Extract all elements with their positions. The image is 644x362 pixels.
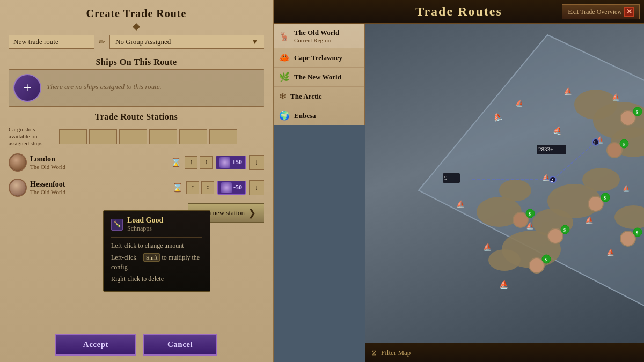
arrow-down-button[interactable]: ↓ xyxy=(249,180,264,195)
station-hessenfoot-avatar xyxy=(9,179,27,197)
left-panel: Create Trade Route ✏ No Group Assigned ▼… xyxy=(0,0,274,362)
sidebar-item-new-world[interactable]: 🌿 The New World xyxy=(274,68,364,87)
ships-section-title: Ships On This Route xyxy=(0,53,273,69)
svg-text:$: $ xyxy=(545,257,547,262)
old-world-icon: 🦌 xyxy=(279,31,290,41)
arrow-down-button[interactable]: ↓ xyxy=(249,155,264,170)
title-bar-text: Trade Routes xyxy=(415,4,502,18)
svg-text:$: $ xyxy=(529,212,531,217)
no-ships-text: There are no ships assigned to this rout… xyxy=(47,74,162,100)
station-move-icon[interactable]: ↕ xyxy=(201,181,214,194)
diamond-icon xyxy=(133,23,140,31)
old-world-name: The Old World xyxy=(294,28,339,37)
stations-section-title: Trade Route Stations xyxy=(0,107,273,124)
station-hessenfoot-region: The Old World xyxy=(30,189,169,195)
station-london-region: The Old World xyxy=(30,164,167,170)
current-region-label: Current Region xyxy=(294,37,339,43)
cape-trelawney-name: Cape Trelawney xyxy=(294,54,342,62)
cargo-indicator-london[interactable]: +50 xyxy=(216,156,246,169)
station-london-icons: ↑ ↕ xyxy=(185,156,213,169)
sidebar-item-enbesa[interactable]: 🌍 Enbesa xyxy=(274,106,364,125)
map-area: ⛵ ⛵ ⛵ ⛵ ⛵ ⛵ ⛵ ⛵ ⛵ ⛵ ⛵ ⛵ ⛵ ⛵ ⛵ ⛵ ⛵ xyxy=(365,24,644,343)
cargo-indicator-hessenfoot[interactable]: -50 xyxy=(217,181,246,195)
station-london: London The Old World ⌛ ↑ ↕ +50 ↓ xyxy=(0,150,273,175)
accept-button[interactable]: Accept xyxy=(55,334,136,356)
pencil-icon: ✏ xyxy=(99,38,105,47)
svg-text:9+: 9+ xyxy=(444,174,451,181)
tooltip-header: 🍾 Load Good Schnapps xyxy=(111,216,202,233)
tooltip-text-2: Left-click + Shift to multiply the confi… xyxy=(111,253,202,272)
svg-text:1: 1 xyxy=(594,140,596,145)
svg-text:$: $ xyxy=(604,196,606,201)
station-hessenfoot: Hessenfoot The Old World ⌛ ↑ ↕ -50 ↓ xyxy=(0,175,273,200)
svg-text:$: $ xyxy=(564,228,566,233)
exit-trade-overview-button[interactable]: Exit Trade Overview ✕ xyxy=(562,4,640,19)
sidebar-item-arctic[interactable]: ❄ The Arctic xyxy=(274,87,364,106)
cargo-item-icon xyxy=(221,182,232,193)
group-dropdown[interactable]: No Group Assigned ▼ xyxy=(109,35,264,49)
svg-text:$: $ xyxy=(636,110,638,115)
avatar xyxy=(10,154,26,171)
cargo-slot-3 xyxy=(119,129,147,144)
station-hessenfoot-name: Hessenfoot xyxy=(30,180,169,189)
shift-key-badge: Shift xyxy=(143,253,160,262)
station-config-icon[interactable]: ↑ xyxy=(185,156,197,169)
tooltip-titles: Load Good Schnapps xyxy=(127,216,163,233)
station-move-icon[interactable]: ↕ xyxy=(200,156,213,169)
tooltip-text-3: Right-click to delete xyxy=(111,274,202,284)
cargo-slot-4 xyxy=(149,129,177,144)
svg-text:⛵: ⛵ xyxy=(483,242,492,252)
new-world-icon: 🌿 xyxy=(279,72,290,82)
sidebar-item-old-world[interactable]: 🦌 The Old World Current Region xyxy=(274,24,364,48)
svg-text:⛵: ⛵ xyxy=(623,184,630,192)
group-dropdown-label: No Group Assigned xyxy=(115,38,171,46)
filter-icon: ⧖ xyxy=(371,349,377,357)
svg-text:2833+: 2833+ xyxy=(538,146,553,152)
ships-section: + There are no ships assigned to this ro… xyxy=(9,69,264,107)
svg-text:$: $ xyxy=(623,142,625,147)
cargo-amount-london: +50 xyxy=(232,158,242,166)
sidebar-item-cape-trelawney[interactable]: 🦀 Cape Trelawney xyxy=(274,48,364,68)
diamond-icon xyxy=(213,326,216,329)
cargo-slots-label: Cargo slots available on assigned ships xyxy=(9,126,57,147)
svg-text:⛵: ⛵ xyxy=(456,200,465,209)
title-divider xyxy=(0,24,273,29)
route-name-row: ✏ No Group Assigned ▼ xyxy=(0,31,273,53)
add-ship-button[interactable]: + xyxy=(13,74,41,102)
right-panel: Trade Routes Exit Trade Overview ✕ 🦌 The… xyxy=(274,0,644,362)
bottom-buttons: Accept Cancel xyxy=(0,327,273,362)
svg-text:⛵: ⛵ xyxy=(499,280,509,289)
station-config-icon[interactable]: ↑ xyxy=(186,181,199,194)
load-good-tooltip: 🍾 Load Good Schnapps Left-click to chang… xyxy=(103,210,210,292)
station-london-avatar xyxy=(9,153,27,172)
svg-text:⛵: ⛵ xyxy=(564,87,573,96)
svg-text:⛵: ⛵ xyxy=(606,248,614,256)
cargo-slots-header: Cargo slots available on assigned ships xyxy=(0,124,273,150)
station-hessenfoot-info: Hessenfoot The Old World xyxy=(30,180,169,195)
cargo-slot-2 xyxy=(89,129,117,144)
enbesa-icon: 🌍 xyxy=(279,110,290,121)
bottom-diamond-left xyxy=(118,325,129,330)
chevron-right-icon: ❯ xyxy=(248,207,256,219)
filter-map-label[interactable]: Filter Map xyxy=(381,349,411,357)
diamond-icon xyxy=(121,326,125,329)
close-icon[interactable]: ✕ xyxy=(624,7,634,17)
svg-text:⛵: ⛵ xyxy=(515,98,524,107)
region-sidebar: 🦌 The Old World Current Region 🦀 Cape Tr… xyxy=(274,24,365,125)
map-background: ⛵ ⛵ ⛵ ⛵ ⛵ ⛵ ⛵ ⛵ ⛵ ⛵ ⛵ ⛵ ⛵ ⛵ ⛵ ⛵ ⛵ xyxy=(365,24,644,343)
svg-text:⛵: ⛵ xyxy=(585,216,594,225)
filter-bar: ⧖ Filter Map xyxy=(365,343,644,362)
cargo-item-icon xyxy=(219,157,230,168)
svg-text:$: $ xyxy=(636,231,638,235)
route-name-input[interactable] xyxy=(9,35,94,49)
cargo-slot-6 xyxy=(209,129,237,144)
tooltip-text-1: Left-click to change amount xyxy=(111,241,202,250)
arctic-icon: ❄ xyxy=(279,91,286,101)
new-world-name: The New World xyxy=(294,73,341,82)
tooltip-divider xyxy=(111,237,202,238)
cancel-button[interactable]: Cancel xyxy=(143,334,217,356)
bottom-diamond-right xyxy=(209,325,220,330)
station-london-info: London The Old World xyxy=(30,155,167,170)
old-world-info: The Old World Current Region xyxy=(294,28,339,43)
cape-trelawney-icon: 🦀 xyxy=(279,53,290,63)
